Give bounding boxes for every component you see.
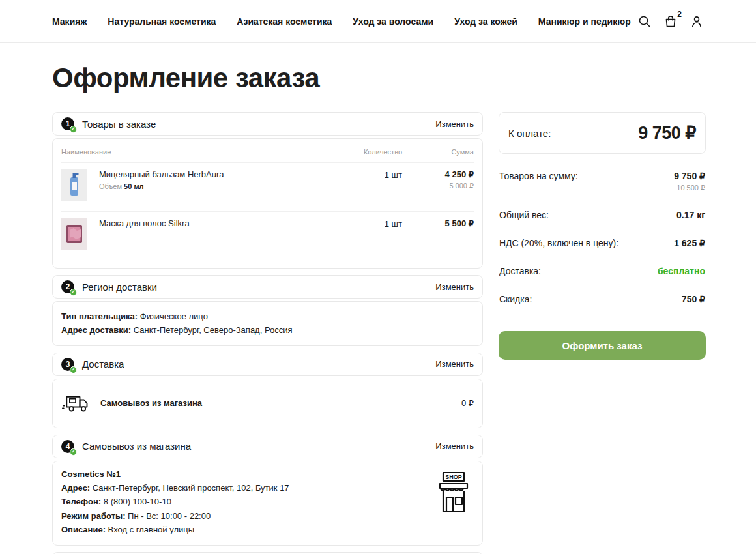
edit-pickup-link[interactable]: Изменить bbox=[435, 441, 474, 451]
section-delivery-region-header: 2 ✓ Регион доставки Изменить bbox=[52, 275, 483, 299]
edit-region-link[interactable]: Изменить bbox=[435, 282, 474, 292]
option-label: Объём bbox=[99, 182, 122, 190]
store-address-label: Адрес: bbox=[61, 483, 90, 493]
order-summary: К оплате: 9 750 ₽ Товаров на сумму: 9 75… bbox=[499, 112, 706, 360]
subtotal-old-value: 10 500 ₽ bbox=[674, 184, 705, 192]
section-payment: 5 ✓ Оплата Изменить bbox=[52, 552, 483, 554]
product-old-price: 5 000 ₽ bbox=[402, 182, 474, 190]
product-name[interactable]: Маска для волос Silkra bbox=[99, 218, 324, 228]
search-icon[interactable] bbox=[637, 14, 652, 29]
section-pickup-point: 4 ✓ Самовывоз из магазина Изменить Cosme… bbox=[52, 435, 483, 546]
cart-count-badge: 2 bbox=[677, 10, 682, 19]
delivery-method-row: Самовывоз из магазина 0 ₽ bbox=[61, 387, 474, 420]
delivery-method-price: 0 ₽ bbox=[461, 398, 474, 408]
table-row: Маска для волос Silkra 1 шт 5 500 ₽ bbox=[61, 211, 474, 260]
nav-item-manicure[interactable]: Маникюр и педикюр bbox=[538, 16, 631, 27]
nav-menu: Макияж Натуральная косметика Азиатская к… bbox=[52, 16, 631, 27]
total-due-value: 9 750 ₽ bbox=[638, 123, 696, 143]
store-hours-value: Пн - Вс: 10:00 - 22:00 bbox=[128, 511, 211, 521]
section-order-items-header: 1 ✓ Товары в заказе Изменить bbox=[52, 112, 483, 136]
step-4-badge: 4 ✓ bbox=[61, 440, 74, 453]
region-details: Тип плательщика: Физическое лицо Адрес д… bbox=[52, 301, 483, 346]
order-items-table: Наименование Количество Сумма bbox=[52, 138, 483, 269]
summary-row-subtotal: Товаров на сумму: 9 750 ₽ 10 500 ₽ bbox=[499, 171, 705, 192]
nav-item-asian[interactable]: Азиатская косметика bbox=[237, 16, 332, 27]
nav-item-natural[interactable]: Натуральная косметика bbox=[108, 16, 216, 27]
pickup-details: Cosmetics №1 Адрес: Санкт-Петербург, Нев… bbox=[52, 461, 483, 546]
product-price: 5 500 ₽ bbox=[402, 218, 474, 228]
total-due-label: К оплате: bbox=[508, 128, 551, 139]
step-2-badge: 2 ✓ bbox=[61, 280, 74, 293]
delivery-truck-icon bbox=[61, 391, 91, 416]
table-row: Мицелярный бальзам HerbAura Объём 50 мл … bbox=[61, 162, 474, 211]
summary-row-vat: НДС (20%, включен в цену): 1 625 ₽ bbox=[499, 238, 705, 248]
col-header-name: Наименование bbox=[61, 148, 324, 156]
section-payment-header: 5 ✓ Оплата Изменить bbox=[52, 552, 483, 554]
table-header-row: Наименование Количество Сумма bbox=[61, 147, 474, 162]
step-1-badge: 1 ✓ bbox=[61, 117, 74, 130]
account-icon[interactable] bbox=[690, 14, 704, 29]
col-header-qty: Количество bbox=[324, 148, 402, 156]
nav-item-makeup[interactable]: Макияж bbox=[52, 16, 87, 27]
svg-text:SHOP: SHOP bbox=[445, 474, 462, 480]
product-image bbox=[61, 218, 87, 250]
store-phone-value: 8 (800) 100-10-10 bbox=[104, 497, 171, 506]
step-done-check-icon: ✓ bbox=[70, 366, 77, 373]
delivery-address-value: Санкт-Петербург, Северо-Запад, Россия bbox=[134, 325, 293, 335]
total-due-card: К оплате: 9 750 ₽ bbox=[499, 112, 706, 154]
payer-type-label: Тип плательщика: bbox=[61, 312, 138, 321]
product-name[interactable]: Мицелярный бальзам HerbAura bbox=[99, 169, 324, 179]
delivery-address-label: Адрес доставки: bbox=[61, 325, 131, 335]
summary-row-delivery: Доставка: бесплатно bbox=[499, 266, 705, 276]
section-delivery: 3 ✓ Доставка Изменить bbox=[52, 353, 483, 428]
store-name: Cosmetics №1 bbox=[61, 469, 427, 479]
cart-icon[interactable]: 2 bbox=[663, 14, 678, 29]
summary-row-discount: Скидка: 750 ₽ bbox=[499, 294, 705, 304]
subtotal-value: 9 750 ₽ bbox=[674, 171, 705, 181]
section-title: Регион доставки bbox=[82, 282, 157, 293]
step-3-badge: 3 ✓ bbox=[61, 358, 74, 371]
section-title: Самовывоз из магазина bbox=[82, 441, 191, 452]
store-note-value: Вход с главной улицы bbox=[108, 525, 194, 534]
page-title: Оформление заказа bbox=[52, 63, 704, 94]
step-done-check-icon: ✓ bbox=[70, 289, 77, 296]
store-address-value: Санкт-Петербург, Невский проспект, 102, … bbox=[93, 483, 289, 493]
product-image bbox=[61, 169, 87, 201]
product-price: 4 250 ₽ bbox=[402, 169, 474, 179]
payer-type-value: Физическое лицо bbox=[140, 312, 208, 321]
nav-item-hair[interactable]: Уход за волосами bbox=[353, 16, 433, 27]
edit-delivery-link[interactable]: Изменить bbox=[435, 359, 474, 369]
step-done-check-icon: ✓ bbox=[70, 448, 77, 456]
section-delivery-header: 3 ✓ Доставка Изменить bbox=[52, 353, 483, 376]
option-value: 50 мл bbox=[124, 182, 143, 190]
top-navigation: Макияж Натуральная косметика Азиатская к… bbox=[0, 0, 756, 43]
section-title: Доставка bbox=[82, 358, 124, 370]
product-qty: 1 шт bbox=[324, 218, 402, 229]
section-delivery-region: 2 ✓ Регион доставки Изменить Тип платель… bbox=[52, 275, 483, 346]
nav-item-skin[interactable]: Уход за кожей bbox=[454, 16, 517, 27]
delivery-method-name: Самовывоз из магазина bbox=[100, 398, 202, 408]
store-phone-label: Телефон: bbox=[61, 497, 101, 506]
store-hours-label: Режим работы: bbox=[61, 511, 125, 521]
storefront-icon: SHOP bbox=[435, 471, 474, 537]
edit-items-link[interactable]: Изменить bbox=[435, 119, 474, 129]
section-pickup-header: 4 ✓ Самовывоз из магазина Изменить bbox=[52, 435, 483, 458]
section-order-items: 1 ✓ Товары в заказе Изменить Наименовани… bbox=[52, 112, 483, 269]
step-done-check-icon: ✓ bbox=[70, 126, 77, 133]
place-order-button[interactable]: Оформить заказ bbox=[499, 331, 706, 360]
store-note-label: Описание: bbox=[61, 525, 106, 534]
summary-row-weight: Общий вес: 0.17 кг bbox=[499, 210, 705, 220]
product-qty: 1 шт bbox=[324, 169, 402, 180]
section-title: Товары в заказе bbox=[82, 119, 156, 130]
col-header-sum: Сумма bbox=[402, 148, 474, 156]
